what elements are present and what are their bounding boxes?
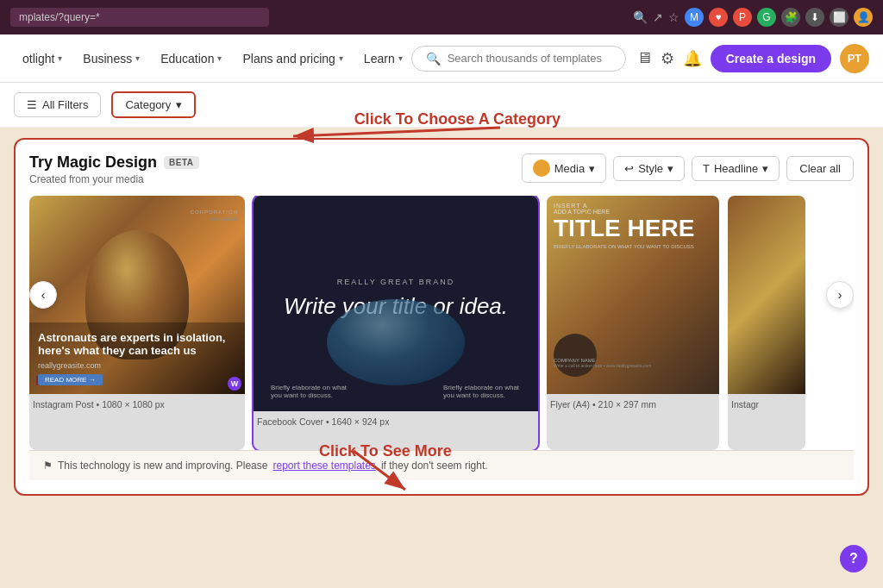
window-icon: ⬜ xyxy=(830,8,849,27)
nav-spotlight[interactable]: otlight ▾ xyxy=(14,45,71,72)
flag-icon: ⚑ xyxy=(43,460,53,472)
card-4-label: Instagr xyxy=(728,394,805,415)
chevron-down-icon: ▾ xyxy=(135,53,140,63)
flyer-content: INSERT A ADD A TOPIC HERE TITLE HERE BRI… xyxy=(554,203,712,251)
card-1-overlay: Astronauts are experts in isolation, her… xyxy=(29,322,245,394)
card-2-image: REALLY GREAT BRAND Write your title or i… xyxy=(254,196,538,411)
help-button[interactable]: ? xyxy=(840,545,867,572)
extension-icon: 🧩 xyxy=(781,8,800,27)
chevron-down-icon: ▾ xyxy=(667,162,673,175)
filter-icon: ☰ xyxy=(27,98,37,111)
card-1-image: CORPORATION AND MORE NEWS Astronauts are… xyxy=(29,196,245,394)
card-1-headline: Astronauts are experts in isolation, her… xyxy=(38,331,236,358)
all-filters-button[interactable]: ☰ All Filters xyxy=(14,92,101,117)
flyer-circle-decoration xyxy=(554,334,597,377)
avatar[interactable]: PT xyxy=(840,44,869,73)
search-icon: 🔍 xyxy=(426,52,441,66)
profile-icon[interactable]: 👤 xyxy=(854,8,873,27)
browser-icon-group: 🔍 ↗ ☆ M ♥ P G 🧩 ⬇ ⬜ 👤 xyxy=(633,8,873,27)
headline-button[interactable]: T Headline ▾ xyxy=(692,156,780,181)
search-input[interactable] xyxy=(448,52,611,65)
nav-right: 🖥 ⚙ 🔔 Create a design PT xyxy=(636,44,869,73)
card-1-site: reallygreasite.com xyxy=(38,361,236,370)
download-icon: ⬇ xyxy=(805,8,824,27)
chevron-down-icon: ▾ xyxy=(589,162,595,175)
nav-education[interactable]: Education ▾ xyxy=(152,45,230,72)
magic-title: Try Magic Design xyxy=(29,153,157,172)
filter-bar: ☰ All Filters Category ▾ xyxy=(0,83,883,128)
magic-title-section: Try Magic Design BETA Created from your … xyxy=(29,153,199,185)
read-more-button: READ MORE → xyxy=(38,374,103,385)
search-bar[interactable]: 🔍 xyxy=(411,46,626,72)
template-card-partial[interactable]: Instagr xyxy=(728,196,805,450)
card-4-image xyxy=(728,196,805,394)
nav-links: otlight ▾ Business ▾ Education ▾ Plans a… xyxy=(14,45,411,72)
template-card-flyer[interactable]: INSERT A ADD A TOPIC HERE TITLE HERE BRI… xyxy=(547,196,719,450)
flyer-insert: INSERT A xyxy=(554,203,712,209)
fb-subtitle-left: Briefly elaborate on what you want to di… xyxy=(271,384,348,399)
gmail-icon: M xyxy=(685,8,704,27)
next-arrow-button[interactable]: › xyxy=(826,281,854,309)
monitor-icon[interactable]: 🖥 xyxy=(636,49,652,67)
notice-text: This technology is new and improving. Pl… xyxy=(58,460,267,472)
media-avatar-icon xyxy=(533,160,550,177)
google-icon: G xyxy=(757,8,776,27)
chevron-down-icon: ▾ xyxy=(176,98,182,111)
style-icon: ↩ xyxy=(624,162,634,175)
url-bar[interactable]: mplates/?query=* xyxy=(10,8,269,27)
prev-arrow-button[interactable]: ‹ xyxy=(29,281,57,309)
chevron-down-icon: ▾ xyxy=(398,53,403,63)
bell-icon[interactable]: 🔔 xyxy=(683,49,702,68)
magic-design-box: Try Magic Design BETA Created from your … xyxy=(14,138,869,496)
media-button[interactable]: Media ▾ xyxy=(522,153,606,183)
fb-subtitle-right: Briefly elaborate on what you want to di… xyxy=(443,384,521,399)
nav-learn[interactable]: Learn ▾ xyxy=(355,45,411,72)
card-2-content: REALLY GREAT BRAND Write your title or i… xyxy=(254,196,538,411)
magic-controls: Media ▾ ↩ Style ▾ T Headline ▾ Clear all xyxy=(522,153,854,183)
card-3-image: INSERT A ADD A TOPIC HERE TITLE HERE BRI… xyxy=(547,196,719,394)
chevron-down-icon: ▾ xyxy=(339,53,343,63)
card-2-label: Facebook Cover • 1640 × 924 px xyxy=(254,411,538,432)
magic-box-header: Try Magic Design BETA Created from your … xyxy=(29,153,854,185)
beta-badge: BETA xyxy=(164,156,198,169)
flyer-title: TITLE HERE xyxy=(554,216,712,241)
clear-all-button[interactable]: Clear all xyxy=(786,156,854,181)
navbar: otlight ▾ Business ▾ Education ▾ Plans a… xyxy=(0,34,883,83)
notice-text-after: if they don't seem right. xyxy=(381,460,488,472)
pinterest-icon: P xyxy=(733,8,752,27)
style-button[interactable]: ↩ Style ▾ xyxy=(613,156,685,181)
settings-icon[interactable]: ⚙ xyxy=(661,49,674,68)
flyer-elaboration: BRIEFLY ELABORATE ON WHAT YOU WANT TO DI… xyxy=(554,244,712,251)
browser-chrome: mplates/?query=* 🔍 ↗ ☆ M ♥ P G 🧩 ⬇ ⬜ 👤 xyxy=(0,0,883,34)
template-card-facebook[interactable]: REALLY GREAT BRAND Write your title or i… xyxy=(254,196,538,450)
category-button[interactable]: Category ▾ xyxy=(111,91,196,118)
create-design-button[interactable]: Create a design xyxy=(711,45,831,72)
main-content: Try Magic Design BETA Created from your … xyxy=(0,128,883,506)
headline-icon: T xyxy=(703,162,710,175)
url-text: mplates/?query=* xyxy=(19,11,100,23)
card-3-label: Flyer (A4) • 210 × 297 mm xyxy=(547,394,719,415)
card-1-label: Instagram Post • 1080 × 1080 px xyxy=(29,394,245,415)
share-icon[interactable]: ↗ xyxy=(653,10,663,24)
nav-plans-pricing[interactable]: Plans and pricing ▾ xyxy=(234,45,351,72)
heart-icon: ♥ xyxy=(709,8,728,27)
canva-watermark: W xyxy=(228,377,241,391)
bookmark-icon[interactable]: ☆ xyxy=(668,10,679,24)
fb-brand: REALLY GREAT BRAND xyxy=(337,278,454,286)
notice-bar: ⚑ This technology is new and improving. … xyxy=(29,450,854,480)
nav-business[interactable]: Business ▾ xyxy=(74,45,148,72)
chevron-down-icon: ▾ xyxy=(217,53,222,63)
template-cards-row: ‹ CORPORATION AND MORE NEWS Astronauts a… xyxy=(29,196,854,450)
template-card-instagram[interactable]: CORPORATION AND MORE NEWS Astronauts are… xyxy=(29,196,245,450)
report-link[interactable]: report these templates xyxy=(272,460,375,472)
search-icon[interactable]: 🔍 xyxy=(633,10,648,24)
magic-subtitle: Created from your media xyxy=(29,173,199,185)
chevron-down-icon: ▾ xyxy=(58,53,62,63)
chevron-down-icon: ▾ xyxy=(762,162,768,175)
flyer-footer: COMPANY NAME Write a call to action here… xyxy=(554,358,712,368)
